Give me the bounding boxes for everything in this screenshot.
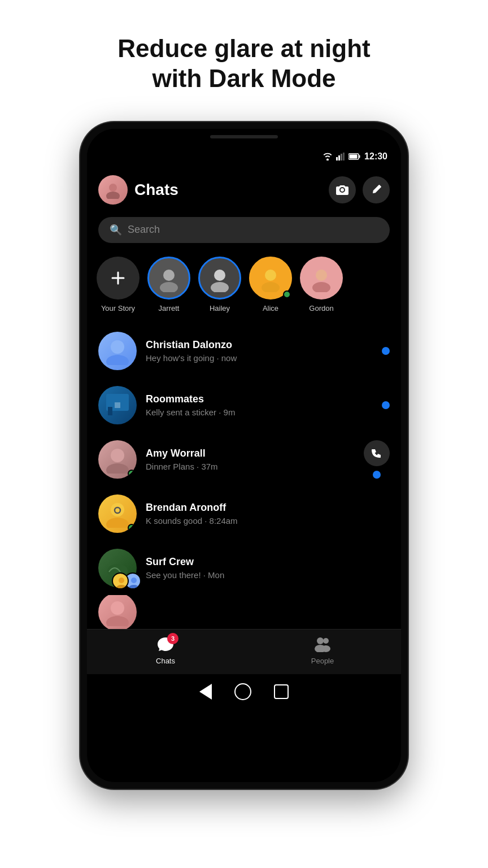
camera-icon [336, 185, 348, 195]
people-icon-wrap [313, 636, 332, 654]
svg-point-14 [211, 282, 229, 292]
status-icons: 12:30 [323, 151, 387, 162]
status-bar: 12:30 [87, 145, 401, 168]
chats-title: Chats [134, 181, 322, 199]
recents-button[interactable] [274, 684, 289, 699]
surf-crew-preview: See you there! · Mon [146, 570, 381, 580]
svg-rect-0 [336, 157, 338, 160]
svg-point-12 [160, 282, 178, 292]
surf-crew-name: Surf Crew [146, 556, 381, 568]
nav-chats[interactable]: 3 Chats [87, 636, 244, 665]
alice-avatar-wrap [249, 257, 292, 300]
svg-point-16 [262, 282, 280, 292]
story-hailey[interactable]: Hailey [198, 257, 242, 313]
roommates-name: Roommates [146, 393, 373, 405]
svg-point-8 [106, 192, 120, 199]
jarrett-avatar-wrap [147, 257, 190, 300]
amy-call-button[interactable] [364, 440, 390, 466]
svg-point-18 [312, 282, 330, 292]
svg-point-38 [323, 638, 329, 644]
roommates-right [382, 401, 390, 409]
search-bar: 🔍 Search [87, 211, 401, 252]
svg-point-13 [214, 270, 225, 281]
stories-row: Your Story Jarrett [87, 252, 401, 324]
chats-badge: 3 [167, 633, 178, 644]
chat-item-brendan[interactable]: Brendan Aronoff K sounds good · 8:24am [87, 487, 401, 541]
chat-list: Christian Dalonzo Hey how's it going · n… [87, 324, 401, 629]
christian-preview: Hey how's it going · now [146, 353, 373, 363]
chat-item-roommates[interactable]: Roommates Kelly sent a sticker · 9m [87, 378, 401, 432]
svg-point-32 [131, 578, 137, 583]
chat-item-amy[interactable]: Amy Worrall Dinner Plans · 37m [87, 432, 401, 487]
phone-icon [371, 448, 382, 459]
chat-item-christian[interactable]: Christian Dalonzo Hey how's it going · n… [87, 324, 401, 378]
svg-rect-22 [108, 407, 112, 415]
roommates-preview: Kelly sent a sticker · 9m [146, 407, 373, 417]
home-button[interactable] [234, 683, 251, 700]
story-alice[interactable]: Alice [249, 257, 293, 313]
search-icon: 🔍 [110, 224, 122, 236]
jarrett-avatar [147, 257, 190, 300]
roommates-content: Roommates Kelly sent a sticker · 9m [146, 393, 373, 417]
svg-rect-6 [359, 155, 360, 158]
search-placeholder: Search [128, 224, 160, 236]
people-nav-label: People [311, 657, 334, 665]
chat-item-partial[interactable] [87, 595, 401, 629]
svg-point-24 [111, 449, 124, 462]
hailey-label: Hailey [210, 304, 230, 313]
signal-icon [336, 153, 345, 160]
story-your-story[interactable]: Your Story [96, 257, 140, 313]
brendan-name: Brendan Aronoff [146, 502, 381, 514]
svg-point-35 [106, 616, 129, 626]
svg-point-34 [111, 601, 124, 615]
surf-crew-member-avatars [112, 572, 141, 589]
christian-right [382, 347, 390, 355]
svg-point-33 [129, 585, 139, 589]
battery-icon [348, 153, 361, 160]
nav-people[interactable]: People [244, 636, 401, 665]
camera-button[interactable] [329, 176, 356, 203]
svg-point-11 [163, 270, 175, 281]
headline-line1: Reduce glare at night [117, 34, 370, 62]
gordon-avatar [300, 257, 343, 300]
brendan-avatar [98, 494, 137, 533]
search-input[interactable]: 🔍 Search [98, 217, 390, 243]
amy-preview: Dinner Plans · 37m [146, 462, 355, 471]
story-gordon[interactable]: Gordon [299, 257, 343, 313]
roommates-unread [382, 401, 390, 409]
hailey-avatar-wrap [198, 257, 241, 300]
svg-point-39 [321, 645, 330, 652]
svg-rect-3 [343, 153, 345, 160]
your-story-label: Your Story [101, 304, 135, 313]
svg-point-19 [111, 340, 124, 354]
brendan-online-dot [128, 524, 136, 532]
svg-point-36 [317, 637, 324, 644]
gordon-label: Gordon [309, 304, 333, 313]
story-jarrett[interactable]: Jarrett [147, 257, 191, 313]
svg-rect-2 [341, 154, 342, 160]
alice-online-dot [283, 290, 291, 298]
svg-point-20 [106, 355, 129, 365]
svg-point-7 [109, 184, 117, 192]
svg-rect-5 [350, 154, 358, 158]
edit-button[interactable] [363, 176, 390, 203]
headline-line2: with Dark Mode [152, 64, 336, 92]
chats-nav-label: Chats [156, 657, 175, 665]
chat-item-surf-crew[interactable]: Surf Crew See you there! · Mon [87, 541, 401, 595]
brendan-preview: K sounds good · 8:24am [146, 516, 381, 526]
notch-area [87, 129, 401, 145]
back-button[interactable] [199, 684, 212, 700]
christian-name: Christian Dalonzo [146, 339, 373, 351]
surf-crew-avatar-group [98, 549, 137, 587]
christian-content: Christian Dalonzo Hey how's it going · n… [146, 339, 373, 363]
status-time: 12:30 [364, 151, 387, 162]
your-story-avatar-wrap [97, 257, 140, 300]
user-avatar[interactable] [98, 175, 128, 205]
hailey-avatar [198, 257, 241, 300]
amy-online-dot [128, 470, 136, 478]
top-bar: Chats [87, 168, 401, 211]
svg-point-15 [265, 270, 276, 281]
amy-unread [373, 471, 381, 479]
chats-icon-wrap: 3 [157, 636, 174, 654]
christian-avatar [98, 332, 137, 370]
